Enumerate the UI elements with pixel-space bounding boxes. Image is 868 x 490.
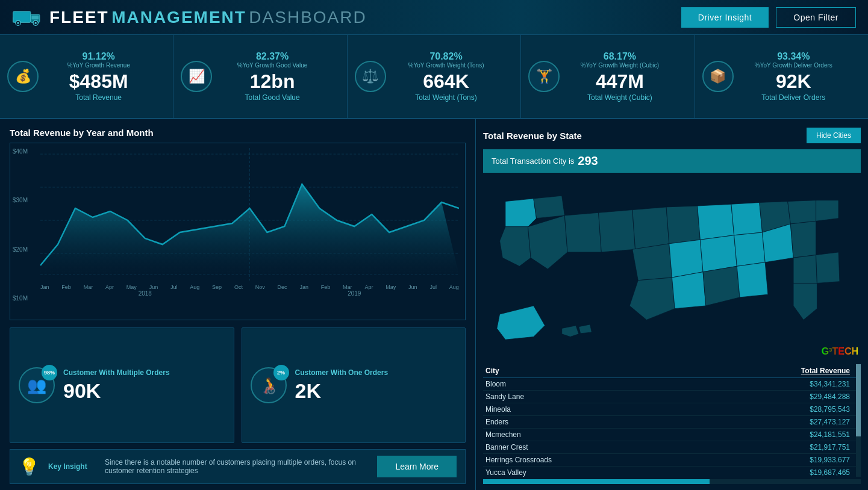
kpi-percent-1: 82.37% [237, 51, 308, 62]
kpi-percent-0: 91.12% [67, 51, 130, 62]
table-row: Herrings Crossroads $19,933,677 [483, 454, 861, 467]
year-label-2019: 2019 [250, 290, 460, 297]
bottom-row: 👥 98% Customer With Multiple Orders 90K … [10, 327, 466, 443]
scrollbar-thumb[interactable] [856, 364, 861, 436]
kpi-value-1: 12bn [237, 71, 308, 92]
us-map-area: G³TECH [483, 179, 861, 359]
learn-more-button[interactable]: Learn More [377, 456, 457, 477]
td-city-5: Banner Crest [486, 443, 778, 451]
kpi-percent-label-2: %YoY Growth Weight (Tons) [408, 62, 484, 69]
kpi-value-4: 92K [755, 71, 832, 92]
main-content: Total Revenue by Year and Month $40M $30… [0, 119, 868, 490]
chart-year-labels: 2018 2019 [40, 290, 459, 297]
transaction-label: Total Transaction City is [492, 157, 574, 166]
kpi-icon-1: 📈 [181, 61, 212, 92]
kpi-percent-label-1: %YoY Growth Good Value [237, 62, 308, 69]
key-insight-row: 💡 Key Insight Since there is a notable n… [10, 449, 466, 484]
open-filter-button[interactable]: Open Filter [776, 7, 856, 28]
y-label-30m: $30M [13, 197, 28, 203]
table-row: Enders $27,473,127 [483, 416, 861, 429]
customer-single-title: Customer With One Orders [295, 368, 389, 377]
svg-marker-40 [497, 306, 545, 340]
kpi-icon-2: ⚖️ [355, 61, 386, 92]
kpi-content-4: 93.34% %YoY Growth Deliver Orders 92K To… [755, 51, 832, 102]
kpi-content-2: 70.82% %YoY Growth Weight (Tons) 664K To… [408, 51, 484, 102]
td-revenue-0: $34,341,231 [778, 380, 850, 388]
key-insight-label: Key Insight [48, 462, 96, 471]
td-city-4: Mcmechen [486, 430, 778, 439]
svg-marker-16 [500, 227, 531, 267]
svg-point-6 [35, 22, 37, 23]
driver-insight-button[interactable]: Driver Insight [681, 7, 769, 28]
svg-marker-32 [790, 221, 816, 258]
kpi-icon-area-1: 📈 [181, 61, 212, 92]
customer-single-info: Customer With One Orders 2K [295, 368, 389, 403]
kpi-row: 💰 91.12% %YoY Growth Revenue $485M Total… [0, 35, 868, 119]
x-label-jun-2018: Jun [149, 284, 158, 290]
td-revenue-2: $28,795,543 [778, 405, 850, 414]
svg-marker-41 [562, 326, 579, 337]
scrollbar-track[interactable] [856, 364, 861, 477]
x-label-jan-2018: Jan [40, 284, 49, 290]
right-header: Total Revenue by State Hide Cities [483, 128, 861, 143]
header-title-area: FLEET MANAGEMENT DASHBOARD [12, 5, 367, 29]
svg-marker-37 [703, 266, 740, 306]
lightbulb-icon: 💡 [19, 457, 40, 477]
svg-marker-17 [528, 216, 567, 269]
kpi-value-2: 664K [408, 71, 484, 92]
td-city-3: Enders [486, 418, 778, 426]
customer-single-badge: 2% [273, 365, 289, 380]
td-revenue-1: $29,484,288 [778, 392, 850, 401]
svg-marker-35 [629, 278, 675, 320]
y-label-10m: $10M [13, 295, 28, 302]
x-label-jul-2019: Jul [429, 284, 437, 290]
header-title-text: FLEET MANAGEMENT DASHBOARD [49, 8, 367, 27]
td-revenue-7: $19,687,465 [778, 468, 850, 477]
y-label-20m: $20M [13, 246, 28, 253]
chart-container: $40M $30M $20M $10M [10, 143, 466, 320]
kpi-card-1: 📈 82.37% %YoY Growth Good Value 12bn Tot… [173, 35, 347, 118]
x-label-jan-2019: Jan [299, 284, 308, 290]
table-body: Bloom $34,341,231 Sandy Lane $29,484,288… [483, 378, 861, 477]
table-row: Banner Crest $21,917,751 [483, 441, 861, 454]
table-row: Yucca Valley $19,687,465 [483, 467, 861, 477]
h-scroll-track[interactable] [483, 479, 861, 484]
chart-x-labels: Jan Feb Mar Apr May Jun Jul Aug Sep Oct … [40, 284, 459, 290]
x-label-may-2018: May [126, 284, 137, 290]
customer-multiple-title: Customer With Multiple Orders [63, 368, 170, 377]
kpi-label-0: Total Revenue [67, 93, 130, 102]
kpi-card-4: 📦 93.34% %YoY Growth Deliver Orders 92K … [695, 35, 868, 118]
customer-single-icon-wrap: 🧑‍🦽 2% [251, 367, 287, 403]
transaction-value: 293 [578, 154, 598, 168]
svg-marker-30 [734, 232, 766, 266]
h-scroll-thumb[interactable] [483, 479, 710, 484]
kpi-percent-4: 93.34% [755, 51, 832, 62]
x-label-aug-2019: Aug [449, 284, 459, 290]
y-label-40m: $40M [13, 148, 28, 155]
svg-marker-33 [793, 255, 817, 284]
title-management: MANAGEMENT [111, 8, 246, 26]
table-row: Mineola $28,795,543 [483, 403, 861, 416]
table-row: Mcmechen $24,181,551 [483, 429, 861, 441]
kpi-label-3: Total Weight (Cubic) [581, 93, 659, 102]
svg-marker-21 [666, 206, 700, 244]
right-panel: Total Revenue by State Hide Cities Total… [476, 119, 868, 490]
kpi-label-4: Total Deliver Orders [755, 93, 832, 102]
table-row: Sandy Lane $29,484,288 [483, 391, 861, 403]
kpi-percent-label-3: %YoY Growth Weight (Cubic) [581, 62, 659, 69]
kpi-value-0: $485M [67, 71, 130, 92]
customer-multiple-badge: 98% [42, 365, 57, 380]
year-label-2018: 2018 [40, 290, 250, 297]
td-city-2: Mineola [486, 405, 778, 414]
customer-single-orders-card: 🧑‍🦽 2% Customer With One Orders 2K [242, 327, 466, 443]
x-label-apr-2018: Apr [105, 284, 114, 290]
x-label-jun-2019: Jun [408, 284, 417, 290]
hide-cities-button[interactable]: Hide Cities [807, 128, 861, 143]
title-dashboard: DASHBOARD [249, 8, 366, 26]
customer-multiple-value: 90K [63, 379, 170, 403]
chart-y-labels: $40M $30M $20M $10M [13, 148, 28, 302]
td-revenue-4: $24,181,551 [778, 430, 850, 439]
kpi-icon-area-2: ⚖️ [355, 61, 386, 92]
svg-marker-23 [731, 202, 763, 235]
kpi-icon-3: 🏋 [528, 61, 560, 92]
